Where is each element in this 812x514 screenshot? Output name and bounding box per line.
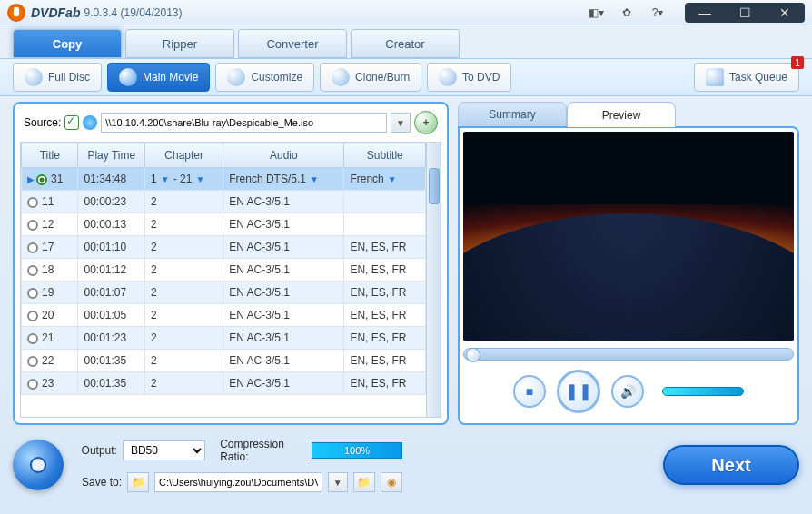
- title-radio[interactable]: [27, 220, 38, 231]
- table-scrollbar[interactable]: [426, 143, 441, 417]
- task-queue-badge: 1: [791, 56, 804, 69]
- title-radio[interactable]: [27, 356, 38, 367]
- title-radio[interactable]: [27, 197, 38, 208]
- preview-panel: ■ ❚❚ 🔊: [458, 126, 799, 425]
- title-radio[interactable]: [27, 311, 38, 321]
- globe-icon: [83, 115, 97, 130]
- task-queue-label: Task Queue: [729, 71, 787, 84]
- titles-table: TitlePlay TimeChapterAudioSubtitle ▶3101…: [21, 143, 426, 395]
- add-source-button[interactable]: +: [414, 111, 438, 134]
- table-row[interactable]: 1900:01:072EN AC-3/5.1EN, ES, FR: [22, 282, 426, 304]
- col-title[interactable]: Title: [22, 143, 78, 168]
- col-subtitle[interactable]: Subtitle: [344, 143, 426, 168]
- titles-panel: Source: ▼ + TitlePlay TimeChapterAudioSu…: [13, 102, 449, 425]
- tab-preview[interactable]: Preview: [567, 102, 676, 127]
- main-tab-copy[interactable]: Copy: [13, 29, 122, 58]
- save-to-label: Save to:: [74, 476, 122, 489]
- save-path-input[interactable]: [154, 472, 322, 492]
- app-version: 9.0.3.4 (19/04/2013): [84, 6, 182, 19]
- mode-toolbar: Full DiscMain MovieCustomizeClone/BurnTo…: [0, 58, 812, 96]
- table-row[interactable]: 1200:00:132EN AC-3/5.1: [22, 213, 426, 236]
- table-row[interactable]: 2200:01:352EN AC-3/5.1EN, ES, FR: [22, 350, 426, 372]
- col-chapter[interactable]: Chapter: [145, 143, 223, 168]
- source-label: Source:: [24, 116, 61, 129]
- output-select[interactable]: BD50: [123, 440, 205, 460]
- seek-slider[interactable]: [463, 348, 794, 361]
- app-name: DVDFab: [31, 5, 80, 20]
- title-radio[interactable]: [27, 379, 38, 390]
- volume-slider[interactable]: [662, 387, 744, 396]
- close-button[interactable]: ✕: [765, 3, 805, 23]
- source-row: Source: ▼ +: [20, 109, 441, 136]
- mode-icon: [332, 68, 350, 86]
- open-target-button[interactable]: ◉: [381, 472, 402, 492]
- source-path-input[interactable]: [101, 113, 387, 133]
- disc-icon: [13, 440, 64, 490]
- table-row[interactable]: 2300:01:352EN AC-3/5.1EN, ES, FR: [22, 372, 426, 395]
- next-button[interactable]: Next: [663, 445, 799, 485]
- settings-gear-icon[interactable]: ✿: [612, 4, 641, 22]
- bottom-bar: Output: BD50 Compression Ratio: 100% Sav…: [0, 430, 812, 499]
- title-radio[interactable]: [27, 288, 38, 299]
- table-row[interactable]: ▶3101:34:481 ▼ - 21 ▼French DTS/5.1 ▼Fre…: [22, 168, 426, 191]
- title-radio[interactable]: [27, 242, 38, 253]
- subtitle-select[interactable]: French ▼: [350, 173, 420, 185]
- compression-ratio-bar: 100%: [312, 442, 401, 459]
- task-queue-button[interactable]: Task Queue 1: [694, 63, 799, 92]
- contrast-menu-icon[interactable]: ◧▾: [581, 4, 610, 22]
- col-audio[interactable]: Audio: [223, 143, 344, 168]
- maximize-button[interactable]: ☐: [725, 3, 765, 23]
- browse-folder-button[interactable]: 📁: [353, 472, 375, 492]
- main-tab-converter[interactable]: Converter: [238, 29, 347, 58]
- volume-button[interactable]: 🔊: [611, 375, 644, 408]
- main-tabs: CopyRipperConverterCreator: [0, 25, 812, 58]
- title-radio[interactable]: [27, 333, 38, 344]
- task-queue-icon: [706, 68, 724, 86]
- output-label: Output:: [74, 444, 117, 457]
- play-indicator-icon: ▶: [27, 174, 35, 184]
- table-row[interactable]: 1700:01:102EN AC-3/5.1EN, ES, FR: [22, 236, 426, 259]
- titlebar: DVDFab 9.0.3.4 (19/04/2013) ◧▾ ✿ ?▾ — ☐ …: [0, 0, 812, 25]
- mode-icon: [119, 68, 137, 86]
- folder-icon: 📁: [127, 472, 149, 492]
- title-radio[interactable]: [27, 265, 38, 276]
- audio-select[interactable]: French DTS/5.1 ▼: [229, 173, 338, 185]
- mode-customize-button[interactable]: Customize: [215, 63, 314, 92]
- stop-button[interactable]: ■: [513, 375, 546, 408]
- compression-ratio-label: Compression Ratio:: [220, 438, 306, 463]
- help-menu-icon[interactable]: ?▾: [643, 4, 672, 22]
- main-tab-ripper[interactable]: Ripper: [125, 29, 234, 58]
- title-radio[interactable]: [36, 174, 47, 185]
- chapter-range-select[interactable]: 1 ▼ - 21 ▼: [151, 173, 217, 185]
- col-play-time[interactable]: Play Time: [78, 143, 145, 168]
- video-preview: [463, 132, 794, 341]
- table-row[interactable]: 2100:01:232EN AC-3/5.1EN, ES, FR: [22, 327, 426, 350]
- source-checkbox-icon[interactable]: [64, 115, 79, 130]
- pause-button[interactable]: ❚❚: [557, 370, 600, 413]
- mode-full-disc-button[interactable]: Full Disc: [13, 63, 102, 92]
- table-row[interactable]: 1100:00:232EN AC-3/5.1: [22, 191, 426, 213]
- mode-icon: [439, 68, 457, 86]
- mode-to-dvd-button[interactable]: To DVD: [427, 63, 511, 92]
- source-dropdown-button[interactable]: ▼: [391, 113, 411, 133]
- mode-main-movie-button[interactable]: Main Movie: [107, 63, 210, 92]
- app-logo-icon: [7, 4, 25, 22]
- table-row[interactable]: 1800:01:122EN AC-3/5.1EN, ES, FR: [22, 259, 426, 282]
- mode-clone-burn-button[interactable]: Clone/Burn: [320, 63, 421, 92]
- main-tab-creator[interactable]: Creator: [351, 29, 460, 58]
- minimize-button[interactable]: —: [685, 3, 725, 23]
- mode-icon: [227, 68, 245, 86]
- mode-icon: [25, 68, 43, 86]
- tab-summary[interactable]: Summary: [458, 102, 567, 127]
- table-row[interactable]: 2000:01:052EN AC-3/5.1EN, ES, FR: [22, 304, 426, 327]
- save-path-dropdown[interactable]: ▼: [328, 472, 348, 492]
